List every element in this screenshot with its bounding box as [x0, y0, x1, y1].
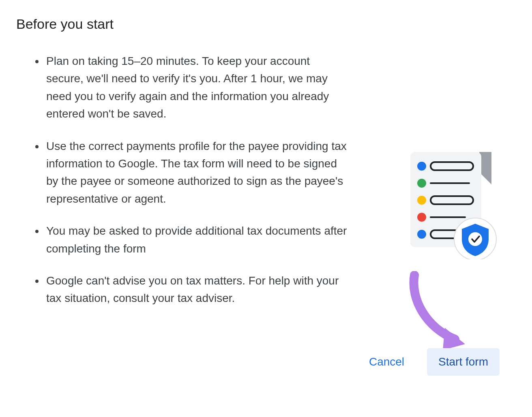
dialog-actions: Cancel Start form: [358, 348, 500, 376]
list-item: Plan on taking 15–20 minutes. To keep yo…: [45, 52, 349, 123]
svg-point-7: [417, 213, 426, 222]
svg-rect-2: [431, 162, 473, 170]
list-item: You may be asked to provide additional t…: [45, 222, 349, 257]
list-item: Use the correct payments profile for the…: [45, 137, 349, 208]
svg-point-12: [468, 232, 482, 246]
instruction-list: Plan on taking 15–20 minutes. To keep yo…: [16, 52, 349, 322]
list-item: Google can't advise you on tax matters. …: [45, 272, 349, 307]
start-form-button[interactable]: Start form: [427, 348, 500, 376]
svg-rect-6: [431, 196, 473, 204]
cancel-button[interactable]: Cancel: [358, 348, 416, 376]
svg-point-5: [417, 196, 426, 205]
form-shield-illustration: [402, 138, 504, 259]
svg-point-1: [417, 162, 426, 171]
svg-point-9: [417, 230, 426, 239]
svg-point-3: [417, 179, 426, 188]
before-you-start-dialog: Before you start Plan on taking 15–20 mi…: [16, 16, 516, 401]
dialog-heading: Before you start: [16, 16, 516, 32]
